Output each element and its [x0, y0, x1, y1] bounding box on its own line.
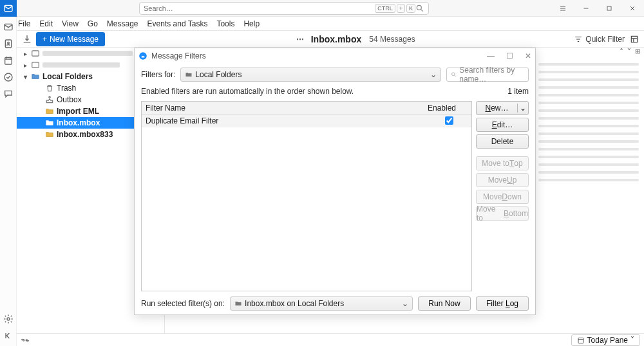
plus-icon: + — [43, 35, 47, 44]
quick-filter-label: Quick Filter — [585, 35, 625, 44]
minimize-button[interactable] — [574, 0, 598, 17]
hamburger-menu[interactable] — [551, 0, 574, 17]
maximize-button[interactable] — [598, 0, 621, 17]
svg-point-8 — [7, 318, 10, 320]
kbd-hint: CTRL — [375, 4, 395, 13]
outbox-icon — [45, 95, 54, 104]
svg-point-5 — [7, 42, 9, 44]
svg-rect-10 — [32, 51, 39, 56]
menu-message[interactable]: Message — [107, 19, 138, 28]
svg-rect-9 — [631, 36, 637, 42]
today-pane-label: Today Pane — [587, 336, 628, 345]
tasks-space-icon[interactable] — [3, 72, 14, 82]
menu-edit[interactable]: Edit — [39, 19, 53, 28]
run-target-value: Inbox.mbox on Local Folders — [245, 299, 344, 308]
sync-status-icon[interactable] — [21, 336, 30, 345]
menu-view[interactable]: View — [62, 19, 79, 28]
chat-space-icon[interactable] — [3, 89, 14, 99]
folder-icon — [45, 118, 54, 127]
message-list-ghost — [538, 58, 639, 187]
move-down-button[interactable]: Move Down — [476, 190, 529, 204]
chevron-down-icon: ⌄ — [402, 299, 408, 308]
kbd-hint2: K — [406, 4, 415, 13]
filter-row[interactable]: Duplicate Email Filter — [142, 114, 471, 127]
filter-list: Filter Name Enabled Duplicate Email Filt… — [141, 101, 472, 291]
grid-icon[interactable]: ⊞ — [635, 48, 640, 57]
menubar: File Edit View Go Message Events and Tas… — [0, 17, 644, 31]
dialog-close-button[interactable]: ✕ — [525, 51, 531, 60]
chevron-down-icon: ˅ — [630, 336, 634, 345]
svg-rect-2 — [607, 6, 611, 10]
layout-icon[interactable] — [630, 35, 639, 44]
global-search[interactable]: CTRL + K — [139, 2, 429, 15]
run-now-button[interactable]: Run Now — [418, 296, 471, 311]
search-filters-input[interactable]: Search filters by name… — [446, 68, 529, 82]
move-top-button[interactable]: Move to Top — [476, 156, 529, 170]
filters-for-combo[interactable]: Local Folders ⌄ — [180, 68, 441, 82]
statusbar: Today Pane ˅ — [17, 333, 644, 346]
mail-account-icon — [31, 49, 40, 58]
outbox-label: Outbox — [57, 95, 82, 104]
toolbar: + New Message ⋯ Inbox.mbox 54 Messages Q… — [17, 31, 644, 48]
col-name[interactable]: Filter Name — [146, 104, 185, 113]
caret-up-icon[interactable]: ˄ — [620, 48, 623, 57]
menu-file[interactable]: File — [18, 19, 30, 28]
filter-log-button[interactable]: Filter Log — [476, 296, 529, 311]
mail-app-icon[interactable] — [0, 0, 17, 17]
titlebar: CTRL + K — [0, 0, 644, 17]
message-count: 54 Messages — [369, 35, 415, 44]
more-actions-button[interactable]: ⋯ — [296, 35, 305, 44]
dialog-titlebar: Message Filters — ☐ ✕ — [135, 48, 535, 64]
quick-filter-button[interactable]: Quick Filter — [574, 35, 625, 44]
mail-space-icon[interactable] — [3, 22, 14, 32]
filter-buttons: New… ⌄ Edit… Delete Move to Top Move Up … — [476, 101, 529, 291]
caret-down-icon[interactable]: ˅ — [627, 48, 631, 57]
svg-point-1 — [417, 5, 421, 10]
filters-for-label: Filters for: — [141, 70, 175, 79]
move-bottom-button[interactable]: Move to Bottom — [476, 206, 529, 221]
close-button[interactable] — [621, 0, 644, 17]
chevron-down-icon: ⌄ — [430, 70, 437, 79]
chevron-down-icon[interactable]: ⌄ — [518, 104, 528, 113]
dialog-maximize-button[interactable]: ☐ — [506, 51, 513, 60]
run-on-combo[interactable]: Inbox.mbox on Local Folders ⌄ — [230, 296, 413, 311]
move-up-button[interactable]: Move Up — [476, 173, 529, 187]
folder-icon — [185, 71, 193, 78]
addressbook-space-icon[interactable] — [3, 39, 14, 49]
dialog-title: Message Filters — [151, 51, 206, 60]
dialog-minimize-button[interactable]: — — [487, 51, 495, 60]
inbox-mbox-label: Inbox.mbox — [57, 118, 100, 127]
menu-help[interactable]: Help — [243, 19, 260, 28]
filter-row-name: Duplicate Email Filter — [146, 116, 218, 125]
import-eml-label: Import EML — [57, 107, 99, 116]
folder-icon — [45, 107, 54, 116]
search-filters-placeholder: Search filters by name… — [459, 66, 524, 84]
menu-tools[interactable]: Tools — [216, 19, 234, 28]
settings-icon[interactable] — [3, 314, 14, 324]
folder-icon — [31, 72, 40, 81]
svg-rect-6 — [5, 57, 12, 64]
col-enabled[interactable]: Enabled — [428, 104, 456, 113]
svg-rect-14 — [578, 338, 583, 343]
trash-icon — [45, 84, 54, 93]
menu-go[interactable]: Go — [88, 19, 98, 28]
thunderbird-icon — [138, 51, 147, 60]
calendar-space-icon[interactable] — [3, 55, 14, 66]
filter-sliders-icon — [574, 35, 583, 44]
get-messages-icon[interactable] — [22, 34, 32, 44]
filters-hint: Enabled filters are run automatically in… — [141, 87, 354, 96]
run-on-label: Run selected filter(s) on: — [141, 299, 225, 308]
menu-events-tasks[interactable]: Events and Tasks — [147, 19, 208, 28]
filter-enabled-checkbox[interactable] — [445, 116, 453, 125]
collapse-rail-icon[interactable] — [3, 331, 14, 341]
kbd-plus: + — [397, 4, 405, 13]
new-message-button[interactable]: + New Message — [36, 32, 105, 46]
svg-rect-11 — [32, 62, 39, 68]
new-filter-button[interactable]: New… ⌄ — [476, 101, 529, 115]
today-pane-button[interactable]: Today Pane ˅ — [571, 334, 640, 346]
delete-filter-button[interactable]: Delete — [476, 134, 529, 149]
trash-label: Trash — [57, 84, 76, 93]
search-icon — [451, 71, 457, 78]
global-search-input[interactable] — [144, 5, 374, 12]
edit-filter-button[interactable]: Edit… — [476, 118, 529, 132]
